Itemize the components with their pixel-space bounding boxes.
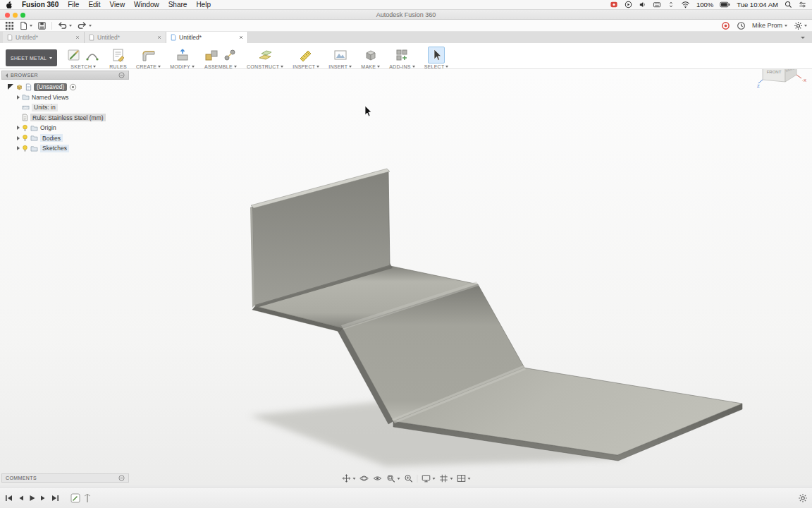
updown-status[interactable] xyxy=(668,1,675,8)
group-label[interactable]: MAKE xyxy=(361,64,376,69)
create-sketch-icon[interactable] xyxy=(66,47,82,63)
tree-item-origin[interactable]: Origin xyxy=(1,123,129,133)
group-label[interactable]: CREATE xyxy=(136,64,156,69)
tree-item-units[interactable]: Units: in xyxy=(1,102,129,112)
help-settings-button[interactable] xyxy=(794,21,807,30)
menu-help[interactable]: Help xyxy=(196,1,211,8)
close-window-button[interactable] xyxy=(5,13,10,18)
expand-icon[interactable] xyxy=(17,126,20,130)
document-tab-3-active[interactable]: Untitled* xyxy=(166,32,248,43)
rules-icon[interactable] xyxy=(111,47,126,63)
minimize-panel-icon[interactable] xyxy=(118,72,125,78)
expand-icon[interactable] xyxy=(8,84,13,90)
close-icon[interactable] xyxy=(75,35,80,40)
orbit-button[interactable] xyxy=(359,473,369,483)
viewports-button[interactable] xyxy=(457,473,471,483)
comments-panel[interactable]: COMMENTS xyxy=(1,473,129,483)
timeline-settings-button[interactable] xyxy=(798,493,808,503)
document-tab-1[interactable]: Untitled* xyxy=(3,32,85,43)
zoom-window-button[interactable] xyxy=(386,473,400,483)
history-button[interactable] xyxy=(737,21,746,30)
close-icon[interactable] xyxy=(157,35,161,40)
visibility-eye-icon[interactable] xyxy=(69,83,77,91)
menu-app-name[interactable]: Fusion 360 xyxy=(22,1,59,8)
lightbulb-icon[interactable] xyxy=(22,134,28,142)
document-tab-2[interactable]: Untitled* xyxy=(85,32,166,43)
expand-icon[interactable] xyxy=(17,146,20,150)
tree-item-sketches[interactable]: Sketches xyxy=(1,143,129,153)
grid-icon xyxy=(5,21,14,30)
make-icon[interactable] xyxy=(363,47,379,63)
tab-overflow-button[interactable] xyxy=(801,32,812,43)
new-component-icon[interactable] xyxy=(204,47,219,63)
menu-share[interactable]: Share xyxy=(168,1,187,8)
menu-window[interactable]: Window xyxy=(134,1,159,8)
group-label[interactable]: INSPECT xyxy=(293,64,315,69)
joint-icon[interactable] xyxy=(222,47,238,63)
tree-item-rule[interactable]: Rule: Stainless Steel (mm) xyxy=(1,113,129,123)
expand-icon[interactable] xyxy=(17,95,20,99)
volume-status[interactable] xyxy=(639,1,646,8)
group-label[interactable]: ADD-INS xyxy=(389,64,411,69)
tree-item-named-views[interactable]: Named Views xyxy=(1,92,129,102)
user-account-button[interactable]: Mike Prom xyxy=(752,22,787,29)
screen-record-status[interactable] xyxy=(610,1,618,8)
sketch-feature-chip[interactable] xyxy=(70,493,80,503)
app-grid-button[interactable] xyxy=(5,21,14,30)
grid-snap-button[interactable] xyxy=(439,473,453,483)
modify-icon[interactable] xyxy=(175,47,190,63)
job-status-button[interactable] xyxy=(721,21,730,30)
file-menu-button[interactable] xyxy=(19,21,32,30)
zoom-window-button[interactable] xyxy=(20,13,25,18)
tree-item-bodies[interactable]: Bodies xyxy=(1,133,129,143)
minimize-window-button[interactable] xyxy=(13,13,18,18)
group-label[interactable]: CONSTRUCT xyxy=(247,64,279,69)
spotlight[interactable] xyxy=(785,1,792,8)
timeline-step-forward-button[interactable] xyxy=(39,494,47,502)
group-label[interactable]: ASSEMBLE xyxy=(204,64,233,69)
timeline-go-to-end-button[interactable] xyxy=(51,494,60,502)
create-flange-icon[interactable] xyxy=(141,47,156,63)
group-label[interactable]: INSERT xyxy=(328,64,347,69)
look-at-button[interactable] xyxy=(373,473,383,483)
menu-view[interactable]: View xyxy=(110,1,125,8)
wifi-status[interactable] xyxy=(681,1,690,8)
timeline-step-back-button[interactable] xyxy=(17,494,25,502)
lightbulb-icon[interactable] xyxy=(22,124,28,132)
window-title: Autodesk Fusion 360 xyxy=(376,11,436,18)
menu-file[interactable]: File xyxy=(68,1,79,8)
collapse-panel-icon[interactable] xyxy=(6,73,8,78)
save-button[interactable] xyxy=(37,21,47,30)
zoom-button[interactable] xyxy=(404,473,414,483)
workspace-selector[interactable]: SHEET METAL xyxy=(6,49,57,66)
add-ins-icon[interactable] xyxy=(394,47,410,63)
control-center[interactable] xyxy=(799,1,806,8)
timeline-go-to-start-button[interactable] xyxy=(4,494,13,502)
group-label[interactable]: MODIFY xyxy=(170,64,190,69)
close-icon[interactable] xyxy=(239,35,243,40)
sketch-arc-icon[interactable] xyxy=(85,47,100,63)
display-settings-button[interactable] xyxy=(422,473,436,483)
apple-menu[interactable] xyxy=(6,1,13,9)
lightbulb-icon[interactable] xyxy=(22,145,28,152)
timeline-marker-icon[interactable] xyxy=(83,493,92,503)
tree-root-document[interactable]: (Unsaved) xyxy=(1,82,129,92)
browser-header[interactable]: BROWSER xyxy=(1,71,129,80)
group-label[interactable]: SKETCH xyxy=(70,64,92,69)
group-label[interactable]: RULES xyxy=(109,64,127,69)
select-tool-active[interactable] xyxy=(428,47,445,64)
menu-edit[interactable]: Edit xyxy=(88,1,100,8)
keyboard-status[interactable] xyxy=(653,1,661,8)
menu-bar-clock[interactable]: Tue 10:04 AM xyxy=(737,1,778,8)
playback-status[interactable] xyxy=(625,1,632,8)
insert-canvas-icon[interactable] xyxy=(333,47,348,63)
redo-button[interactable] xyxy=(77,21,92,30)
minimize-panel-icon[interactable] xyxy=(118,475,125,481)
group-label[interactable]: SELECT xyxy=(424,64,445,69)
timeline-play-button[interactable] xyxy=(28,494,36,502)
pan-button[interactable] xyxy=(342,473,356,483)
measure-icon[interactable] xyxy=(298,47,314,63)
expand-icon[interactable] xyxy=(17,136,20,140)
undo-button[interactable] xyxy=(57,21,72,30)
construct-plane-icon[interactable] xyxy=(257,47,273,63)
